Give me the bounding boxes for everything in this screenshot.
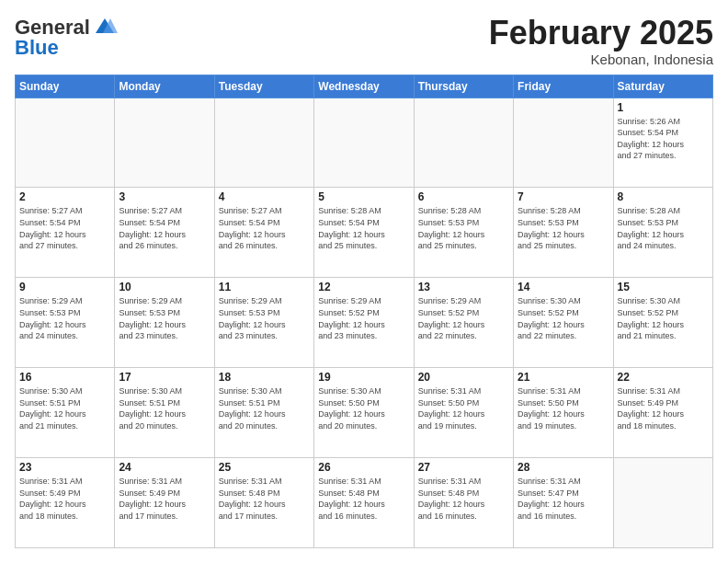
calendar-cell: 17Sunrise: 5:30 AM Sunset: 5:51 PM Dayli…	[115, 368, 214, 458]
calendar-cell: 22Sunrise: 5:31 AM Sunset: 5:49 PM Dayli…	[613, 368, 712, 458]
calendar-cell	[514, 98, 613, 188]
day-number: 9	[19, 281, 110, 293]
day-info: Sunrise: 5:31 AM Sunset: 5:48 PM Dayligh…	[318, 476, 409, 522]
col-tuesday: Tuesday	[214, 75, 313, 98]
day-number: 8	[618, 190, 709, 203]
calendar-week-row: 2Sunrise: 5:27 AM Sunset: 5:54 PM Daylig…	[16, 188, 713, 278]
calendar-table: Sunday Monday Tuesday Wednesday Thursday…	[15, 75, 713, 548]
calendar-cell: 11Sunrise: 5:29 AM Sunset: 5:53 PM Dayli…	[214, 278, 313, 368]
day-info: Sunrise: 5:28 AM Sunset: 5:53 PM Dayligh…	[418, 205, 509, 251]
col-saturday: Saturday	[613, 75, 712, 98]
day-number: 26	[318, 461, 409, 474]
page: General Blue February 2025 Kebonan, Indo…	[0, 0, 728, 563]
calendar-cell: 25Sunrise: 5:31 AM Sunset: 5:48 PM Dayli…	[214, 458, 313, 548]
day-number: 7	[518, 190, 609, 203]
calendar-cell: 9Sunrise: 5:29 AM Sunset: 5:53 PM Daylig…	[16, 278, 115, 368]
calendar-week-row: 9Sunrise: 5:29 AM Sunset: 5:53 PM Daylig…	[16, 278, 713, 368]
calendar-cell: 16Sunrise: 5:30 AM Sunset: 5:51 PM Dayli…	[16, 368, 115, 458]
title-block: February 2025 Kebonan, Indonesia	[489, 15, 713, 67]
day-info: Sunrise: 5:31 AM Sunset: 5:47 PM Dayligh…	[518, 476, 609, 522]
day-number: 10	[119, 281, 210, 293]
day-number: 4	[219, 190, 310, 203]
header: General Blue February 2025 Kebonan, Indo…	[15, 15, 713, 67]
col-wednesday: Wednesday	[314, 75, 414, 98]
day-info: Sunrise: 5:28 AM Sunset: 5:53 PM Dayligh…	[518, 205, 609, 251]
day-number: 3	[119, 190, 210, 203]
calendar-cell: 19Sunrise: 5:30 AM Sunset: 5:50 PM Dayli…	[314, 368, 414, 458]
day-info: Sunrise: 5:31 AM Sunset: 5:48 PM Dayligh…	[219, 476, 310, 522]
day-number: 28	[518, 461, 609, 474]
calendar-cell: 7Sunrise: 5:28 AM Sunset: 5:53 PM Daylig…	[514, 188, 613, 278]
day-number: 2	[19, 190, 110, 203]
day-info: Sunrise: 5:30 AM Sunset: 5:52 PM Dayligh…	[518, 295, 609, 341]
calendar-week-row: 23Sunrise: 5:31 AM Sunset: 5:49 PM Dayli…	[16, 458, 713, 548]
day-number: 1	[618, 101, 709, 114]
day-number: 15	[618, 281, 709, 293]
month-title: February 2025	[489, 15, 713, 52]
day-number: 25	[219, 461, 310, 474]
calendar-cell: 23Sunrise: 5:31 AM Sunset: 5:49 PM Dayli…	[16, 458, 115, 548]
calendar-cell: 10Sunrise: 5:29 AM Sunset: 5:53 PM Dayli…	[115, 278, 214, 368]
calendar-cell	[414, 98, 513, 188]
day-number: 14	[518, 281, 609, 293]
calendar-cell: 21Sunrise: 5:31 AM Sunset: 5:50 PM Dayli…	[514, 368, 613, 458]
location: Kebonan, Indonesia	[489, 52, 713, 67]
day-info: Sunrise: 5:30 AM Sunset: 5:52 PM Dayligh…	[618, 295, 709, 341]
day-info: Sunrise: 5:31 AM Sunset: 5:48 PM Dayligh…	[418, 476, 509, 522]
calendar-cell: 18Sunrise: 5:30 AM Sunset: 5:51 PM Dayli…	[214, 368, 313, 458]
day-info: Sunrise: 5:29 AM Sunset: 5:53 PM Dayligh…	[19, 295, 110, 341]
calendar-cell: 20Sunrise: 5:31 AM Sunset: 5:50 PM Dayli…	[414, 368, 513, 458]
day-info: Sunrise: 5:30 AM Sunset: 5:51 PM Dayligh…	[219, 385, 310, 431]
day-number: 11	[219, 281, 310, 293]
calendar-cell	[314, 98, 414, 188]
logo: General Blue	[15, 15, 118, 59]
day-number: 21	[518, 371, 609, 384]
calendar-cell: 13Sunrise: 5:29 AM Sunset: 5:52 PM Dayli…	[414, 278, 513, 368]
day-info: Sunrise: 5:26 AM Sunset: 5:54 PM Dayligh…	[618, 116, 709, 162]
day-info: Sunrise: 5:31 AM Sunset: 5:50 PM Dayligh…	[418, 385, 509, 431]
calendar-cell: 6Sunrise: 5:28 AM Sunset: 5:53 PM Daylig…	[414, 188, 513, 278]
day-number: 5	[318, 190, 409, 203]
day-info: Sunrise: 5:28 AM Sunset: 5:54 PM Dayligh…	[318, 205, 409, 251]
col-friday: Friday	[514, 75, 613, 98]
day-number: 23	[19, 461, 110, 474]
day-info: Sunrise: 5:30 AM Sunset: 5:50 PM Dayligh…	[318, 385, 409, 431]
day-number: 27	[418, 461, 509, 474]
day-info: Sunrise: 5:27 AM Sunset: 5:54 PM Dayligh…	[119, 205, 210, 251]
day-number: 20	[418, 371, 509, 384]
day-info: Sunrise: 5:30 AM Sunset: 5:51 PM Dayligh…	[19, 385, 110, 431]
calendar-cell: 12Sunrise: 5:29 AM Sunset: 5:52 PM Dayli…	[314, 278, 414, 368]
calendar-cell: 15Sunrise: 5:30 AM Sunset: 5:52 PM Dayli…	[613, 278, 712, 368]
calendar-cell: 14Sunrise: 5:30 AM Sunset: 5:52 PM Dayli…	[514, 278, 613, 368]
day-info: Sunrise: 5:29 AM Sunset: 5:53 PM Dayligh…	[119, 295, 210, 341]
calendar-cell: 5Sunrise: 5:28 AM Sunset: 5:54 PM Daylig…	[314, 188, 414, 278]
col-thursday: Thursday	[414, 75, 513, 98]
day-number: 6	[418, 190, 509, 203]
calendar-cell: 8Sunrise: 5:28 AM Sunset: 5:53 PM Daylig…	[613, 188, 712, 278]
day-info: Sunrise: 5:31 AM Sunset: 5:49 PM Dayligh…	[119, 476, 210, 522]
calendar-week-row: 1Sunrise: 5:26 AM Sunset: 5:54 PM Daylig…	[16, 98, 713, 188]
day-info: Sunrise: 5:29 AM Sunset: 5:52 PM Dayligh…	[418, 295, 509, 341]
col-monday: Monday	[115, 75, 214, 98]
day-number: 17	[119, 371, 210, 384]
day-info: Sunrise: 5:29 AM Sunset: 5:52 PM Dayligh…	[318, 295, 409, 341]
calendar-week-row: 16Sunrise: 5:30 AM Sunset: 5:51 PM Dayli…	[16, 368, 713, 458]
calendar-cell	[214, 98, 313, 188]
day-number: 16	[19, 371, 110, 384]
day-number: 18	[219, 371, 310, 384]
calendar-cell: 27Sunrise: 5:31 AM Sunset: 5:48 PM Dayli…	[414, 458, 513, 548]
day-info: Sunrise: 5:27 AM Sunset: 5:54 PM Dayligh…	[219, 205, 310, 251]
day-info: Sunrise: 5:27 AM Sunset: 5:54 PM Dayligh…	[19, 205, 110, 251]
logo-blue: Blue	[15, 36, 59, 59]
day-number: 24	[119, 461, 210, 474]
day-info: Sunrise: 5:29 AM Sunset: 5:53 PM Dayligh…	[219, 295, 310, 341]
day-number: 19	[318, 371, 409, 384]
calendar-cell: 3Sunrise: 5:27 AM Sunset: 5:54 PM Daylig…	[115, 188, 214, 278]
day-info: Sunrise: 5:31 AM Sunset: 5:50 PM Dayligh…	[518, 385, 609, 431]
day-info: Sunrise: 5:30 AM Sunset: 5:51 PM Dayligh…	[119, 385, 210, 431]
calendar-header-row: Sunday Monday Tuesday Wednesday Thursday…	[16, 75, 713, 98]
day-number: 12	[318, 281, 409, 293]
day-info: Sunrise: 5:31 AM Sunset: 5:49 PM Dayligh…	[19, 476, 110, 522]
calendar-cell	[115, 98, 214, 188]
calendar-cell: 4Sunrise: 5:27 AM Sunset: 5:54 PM Daylig…	[214, 188, 313, 278]
